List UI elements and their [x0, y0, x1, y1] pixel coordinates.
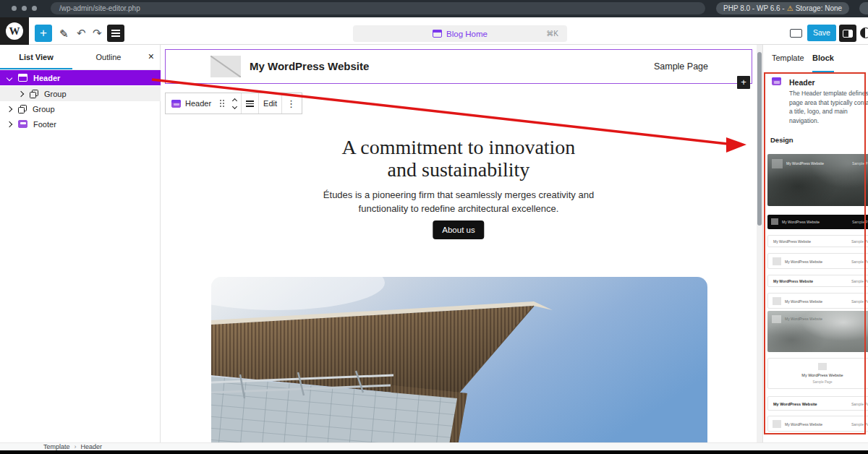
wordpress-site-editor-screenshot: /wp-admin/site-editor.php PHP 8.0 - WP 6… — [0, 0, 868, 454]
chevron-right-icon[interactable] — [7, 106, 12, 111]
window-dot-icon — [32, 6, 37, 11]
settings-sidebar: Template Block Header The Header templat… — [762, 45, 868, 442]
align-button[interactable] — [242, 93, 258, 113]
tab-template[interactable]: Template — [772, 45, 804, 71]
breadcrumb-bar: Template›Header — [0, 442, 868, 450]
preview-site-title: My WordPress Website — [785, 299, 822, 304]
group-block-icon — [30, 90, 38, 98]
tab-outline[interactable]: Outline — [72, 45, 145, 69]
list-item-label: Group — [44, 90, 67, 98]
pattern-preview[interactable]: My WordPress Website Sample Page — [767, 215, 868, 229]
breadcrumb-template[interactable]: Template — [43, 443, 70, 450]
styles-contrast-icon[interactable] — [860, 27, 868, 38]
tab-list-view[interactable]: List View — [0, 45, 72, 69]
list-view-icon — [111, 30, 120, 37]
document-bar[interactable]: Blog Home ⌘K — [353, 25, 567, 42]
paragraph-line: functionality to redefine architectural … — [161, 202, 757, 215]
template-icon — [433, 30, 442, 38]
redo-button[interactable]: ↷ — [93, 27, 102, 40]
pattern-preview[interactable]: My WordPress Website Sample Page — [767, 416, 868, 432]
pattern-preview[interactable]: My WordPress Website Sample Page — [767, 253, 868, 269]
environment-badge: PHP 8.0 - WP 6.6 -⚠Storage: None — [716, 2, 849, 14]
logo-placeholder — [773, 420, 781, 428]
header-template-part[interactable]: My WordPress Website Sample Page + — [165, 49, 752, 84]
preview-nav: Sample Page — [851, 422, 868, 427]
tab-block[interactable]: Block — [812, 45, 834, 72]
sidebar-icon — [843, 30, 853, 38]
preview-site-title: My WordPress Website — [785, 260, 822, 264]
heading-line: A commitment to innovation — [161, 136, 757, 158]
preview-nav: Sample Page — [851, 402, 868, 406]
list-item-header[interactable]: Header — [0, 70, 161, 85]
chevron-right-icon[interactable] — [18, 90, 24, 96]
pattern-preview[interactable]: My WordPress Website Sample Page — [767, 275, 868, 287]
preview-site-title: My WordPress Website — [773, 239, 811, 244]
preview-site-title: My WordPress Website — [768, 373, 868, 377]
move-up-icon[interactable] — [232, 98, 237, 103]
list-item-label: Header — [33, 74, 60, 82]
chevron-right-icon[interactable] — [7, 121, 12, 127]
header-block-icon — [18, 74, 27, 82]
paragraph-line: Études is a pioneering firm that seamles… — [161, 188, 757, 202]
edit-button[interactable]: Edit — [259, 93, 281, 113]
hero-heading[interactable]: A commitment to innovation and sustainab… — [161, 136, 757, 181]
preview-nav: Sample Page — [851, 299, 868, 304]
pattern-preview[interactable]: My WordPress Website Sample Page — [767, 293, 868, 309]
pattern-preview[interactable]: My WordPress Website Sample Page — [767, 154, 868, 206]
wordpress-menu-button[interactable]: W — [0, 17, 29, 45]
window-dot-icon — [12, 6, 17, 11]
preview-nav: Sample Page — [851, 260, 868, 264]
preview-site-title: My WordPress Website — [773, 402, 817, 406]
block-mover[interactable] — [229, 93, 241, 113]
site-title[interactable]: My WordPress Website — [250, 60, 369, 72]
preview-site-title: My WordPress Website — [785, 422, 822, 427]
browser-titlebar: /wp-admin/site-editor.php PHP 8.0 - WP 6… — [0, 0, 868, 17]
block-type-button[interactable]: Header — [167, 93, 216, 113]
pattern-preview[interactable]: My WordPress Website Sample Page — [767, 396, 868, 411]
add-block-button[interactable]: + — [737, 76, 750, 89]
move-down-icon[interactable] — [232, 103, 237, 108]
tools-pencil-icon[interactable]: ✎ — [59, 27, 69, 40]
wordpress-logo-icon: W — [6, 22, 23, 40]
drag-handle[interactable] — [216, 93, 229, 113]
pattern-preview[interactable]: My WordPress Website Sample Page — [767, 235, 868, 247]
logo-placeholder — [773, 297, 781, 305]
inserter-toggle-button[interactable]: + — [35, 25, 52, 42]
pattern-preview[interactable]: My WordPress Website Sample Page — [767, 358, 868, 389]
preview-nav: Sample Page — [851, 279, 868, 283]
preview-site-title: My WordPress Website — [786, 161, 824, 166]
list-item-group[interactable]: Group — [0, 101, 161, 116]
design-section-label: Design — [770, 136, 793, 144]
header-block-icon — [772, 77, 781, 85]
drag-dots-icon — [220, 100, 224, 107]
list-view-toggle-button[interactable] — [107, 25, 124, 42]
group-block-icon — [18, 105, 27, 113]
breadcrumb-header[interactable]: Header — [81, 443, 103, 450]
save-button[interactable]: Save — [807, 25, 836, 41]
site-logo-placeholder[interactable] — [210, 56, 241, 77]
address-bar[interactable]: /wp-admin/site-editor.php — [51, 2, 705, 14]
settings-sidebar-toggle[interactable] — [839, 25, 856, 42]
list-item-group-nested[interactable]: Group — [0, 86, 161, 101]
close-icon[interactable]: × — [148, 51, 154, 62]
screenshot-bottom-edge — [0, 450, 868, 454]
preview-nav: Sample Page — [852, 161, 868, 166]
nav-item-sample-page[interactable]: Sample Page — [654, 61, 708, 72]
list-item-footer[interactable]: Footer — [0, 116, 161, 132]
pattern-preview[interactable]: My WordPress Website — [767, 311, 868, 352]
breadcrumb-separator: › — [75, 443, 77, 450]
block-card-title: Header — [789, 78, 815, 87]
view-button[interactable] — [790, 29, 802, 38]
hero-paragraph[interactable]: Études is a pioneering firm that seamles… — [161, 188, 757, 215]
command-palette-shortcut: ⌘K — [546, 30, 558, 38]
architecture-image[interactable] — [211, 277, 707, 442]
block-type-label: Header — [185, 99, 211, 108]
browser-badge-clipped — [859, 2, 868, 14]
undo-button[interactable]: ↶ — [77, 27, 86, 40]
scrollbar-thumb[interactable] — [757, 52, 762, 226]
chevron-down-icon[interactable] — [7, 74, 12, 80]
logo-placeholder — [772, 315, 781, 323]
options-menu-button[interactable]: ⋮ — [282, 93, 300, 113]
list-view-panel: List View Outline × Header Group Group F… — [0, 45, 161, 442]
about-us-button[interactable]: About us — [433, 220, 484, 239]
